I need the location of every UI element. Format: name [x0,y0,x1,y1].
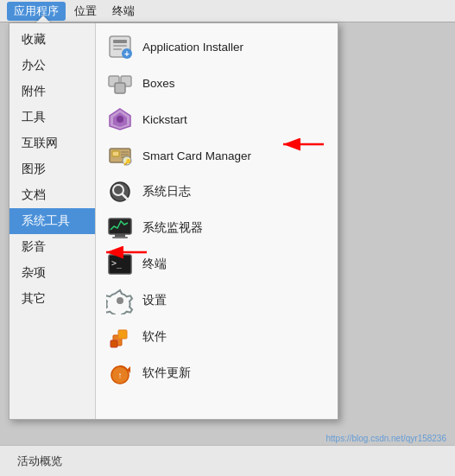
sidebar-item-internet[interactable]: 互联网 [9,130,95,156]
software-item[interactable]: 软件 [96,319,338,355]
syslog-item[interactable]: 系统日志 [96,174,338,210]
terminal-label: 终端 [142,257,167,272]
svg-point-11 [117,116,123,123]
watermark: https://blog.csdn.net/qyr158236 [325,434,446,443]
sidebar-item-other[interactable]: 其它 [9,286,95,312]
sysmonitor-label: 系统监视器 [142,220,203,236]
softupdate-icon: ↑ [106,359,134,387]
svg-text:🔑: 🔑 [123,158,131,166]
content-panel: + Application Installer Boxes [96,23,338,419]
kickstart-label: Kickstart [142,113,187,126]
smartcard-icon: 🔑 [106,142,134,169]
activity-bar[interactable]: 活动概览 [0,445,455,476]
boxes-label: Boxes [142,77,175,90]
svg-text:↑: ↑ [118,371,123,380]
app-installer-icon: + [106,33,134,60]
app-menu: 收藏 办公 附件 工具 互联网 图形 文档 系统工具 影音 杂项 其它 + [9,22,338,420]
menu-bar-terminal[interactable]: 终端 [105,2,142,21]
svg-rect-29 [118,330,127,339]
sidebar-item-documents[interactable]: 文档 [9,182,95,208]
settings-icon [106,287,134,314]
svg-rect-1 [113,40,127,43]
app-installer-item[interactable]: + Application Installer [96,29,338,65]
smartcard-item[interactable]: 🔑 Smart Card Manager [96,137,338,174]
sidebar-item-multimedia[interactable]: 影音 [9,234,95,260]
svg-rect-22 [109,219,131,234]
sidebar-item-favorites[interactable]: 收藏 [9,27,95,53]
app-installer-label: Application Installer [142,41,243,54]
svg-point-27 [117,297,123,304]
terminal-item[interactable]: >_ 终端 [96,246,338,282]
svg-rect-24 [112,237,128,238]
svg-rect-13 [112,151,119,156]
syslog-icon [106,178,134,206]
sidebar-item-systemtools[interactable]: 系统工具 [9,208,95,234]
sidebar-item-graphics[interactable]: 图形 [9,156,95,182]
menu-bar: 应用程序 位置 终端 [0,0,455,22]
settings-item[interactable]: 设置 [96,282,338,319]
svg-rect-8 [115,83,125,93]
boxes-item[interactable]: Boxes [96,65,338,101]
svg-text:>_: >_ [111,258,123,269]
sidebar-item-accessories[interactable]: 附件 [9,79,95,105]
softupdate-label: 软件更新 [142,365,191,381]
smartcard-label: Smart Card Manager [142,149,251,162]
software-label: 软件 [142,329,167,345]
svg-text:+: + [124,49,130,59]
kickstart-icon [106,105,134,133]
terminal-icon: >_ [106,251,134,278]
kickstart-item[interactable]: Kickstart [96,101,338,137]
sysmonitor-item[interactable]: 系统监视器 [96,210,338,246]
svg-rect-2 [113,45,127,47]
software-icon [106,323,134,351]
sidebar-item-office[interactable]: 办公 [9,53,95,79]
sidebar-item-misc[interactable]: 杂项 [9,260,95,286]
sysmonitor-icon [106,214,134,242]
sidebar-item-tools[interactable]: 工具 [9,105,95,130]
svg-rect-3 [113,48,122,50]
boxes-icon [106,69,134,97]
svg-rect-30 [111,340,117,347]
menu-bar-places[interactable]: 位置 [67,2,104,21]
svg-rect-23 [115,234,125,237]
activity-label: 活动概览 [17,454,62,469]
category-sidebar: 收藏 办公 附件 工具 互联网 图形 文档 系统工具 影音 杂项 其它 [9,23,96,419]
settings-label: 设置 [142,293,167,308]
softupdate-item[interactable]: ↑ 软件更新 [96,355,338,391]
syslog-label: 系统日志 [142,184,191,200]
